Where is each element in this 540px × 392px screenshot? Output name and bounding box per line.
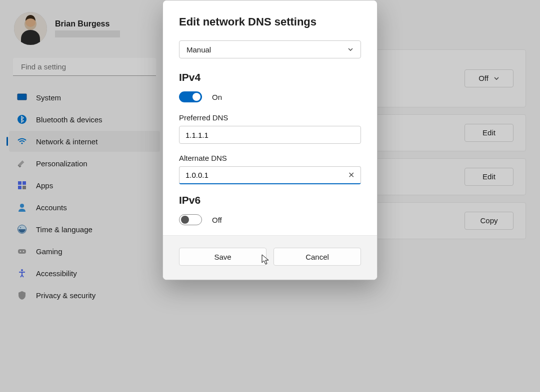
chevron-down-icon	[348, 46, 354, 52]
cursor-icon	[262, 254, 270, 265]
button-label: Save	[214, 253, 231, 261]
ipv4-toggle[interactable]	[179, 91, 202, 102]
clear-input-icon[interactable]: ✕	[343, 170, 354, 180]
modal-overlay: Edit network DNS settings Manual IPv4 On…	[0, 0, 540, 392]
cancel-button[interactable]: Cancel	[274, 248, 361, 266]
dialog-title: Edit network DNS settings	[179, 15, 361, 28]
select-value: Manual	[186, 45, 211, 54]
ipv4-toggle-label: On	[212, 93, 222, 101]
alternate-dns-label: Alternate DNS	[179, 154, 361, 162]
button-label: Cancel	[306, 253, 329, 261]
ipv4-heading: IPv4	[179, 71, 361, 83]
preferred-dns-label: Preferred DNS	[179, 113, 361, 122]
ipv6-toggle-label: Off	[212, 216, 222, 224]
dns-settings-dialog: Edit network DNS settings Manual IPv4 On…	[162, 0, 378, 280]
alternate-dns-input[interactable]: ✕	[179, 166, 361, 184]
save-button[interactable]: Save	[179, 248, 266, 266]
dns-mode-select[interactable]: Manual	[179, 40, 361, 58]
preferred-dns-input[interactable]	[179, 126, 361, 144]
ipv6-heading: IPv6	[179, 194, 361, 206]
ipv6-toggle[interactable]	[179, 214, 202, 225]
